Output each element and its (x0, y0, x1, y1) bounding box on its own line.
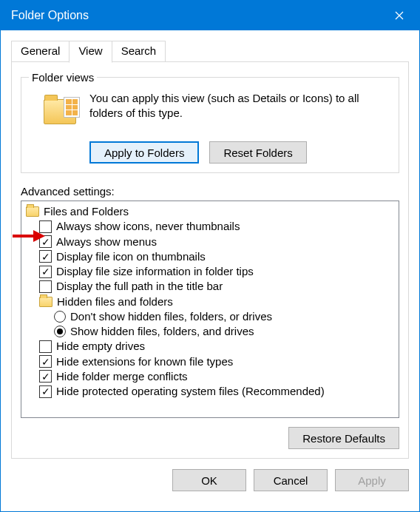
advanced-settings-list[interactable]: Files and Folders Always show icons, nev… (21, 201, 399, 418)
checkbox-icon[interactable] (39, 355, 52, 368)
option-file-icon-thumbnails[interactable]: Display file icon on thumbnails (26, 249, 397, 264)
option-label: Always show menus (56, 235, 157, 249)
apply-to-folders-button[interactable]: Apply to Folders (89, 141, 199, 164)
option-label: Always show icons, never thumbnails (56, 219, 240, 234)
advanced-settings-label: Advanced settings: (21, 185, 399, 198)
radio-icon[interactable] (54, 311, 66, 323)
option-hide-merge-conflicts[interactable]: Hide folder merge conflicts (26, 369, 397, 384)
option-full-path-title[interactable]: Display the full path in the title bar (26, 279, 397, 294)
checkbox-icon[interactable] (39, 340, 52, 353)
option-show-hidden[interactable]: Show hidden files, folders, and drives (26, 324, 397, 339)
dialog-button-row: OK Cancel Apply (1, 459, 419, 502)
close-icon (395, 11, 404, 20)
checkbox-icon[interactable] (39, 250, 52, 263)
option-label: Display file size information in folder … (56, 264, 254, 279)
radio-icon[interactable] (54, 326, 66, 337)
folder-views-legend: Folder views (29, 71, 97, 84)
option-label: Display file icon on thumbnails (56, 249, 206, 264)
ok-button[interactable]: OK (172, 469, 246, 491)
option-always-menus[interactable]: Always show menus (26, 235, 397, 249)
option-label: Hide folder merge conflicts (56, 369, 188, 384)
close-button[interactable] (379, 1, 419, 30)
folder-views-icon (39, 91, 81, 132)
checkbox-icon[interactable] (39, 385, 52, 398)
tree-group-hidden: Hidden files and folders (26, 294, 397, 309)
checkbox-icon[interactable] (39, 266, 52, 278)
tree-group-label: Hidden files and folders (57, 294, 173, 309)
option-label: Hide empty drives (56, 339, 145, 354)
option-file-size-tips[interactable]: Display file size information in folder … (26, 264, 397, 279)
annotation-arrow-icon (11, 229, 45, 243)
tab-general[interactable]: General (11, 41, 70, 62)
apply-button[interactable]: Apply (335, 469, 409, 491)
checkbox-icon[interactable] (39, 370, 52, 383)
option-hide-extensions[interactable]: Hide extensions for known file types (26, 354, 397, 369)
option-always-icons[interactable]: Always show icons, never thumbnails (26, 219, 397, 234)
checkbox-icon[interactable] (39, 280, 52, 293)
folder-icon (39, 297, 52, 307)
option-label: Hide protected operating system files (R… (56, 384, 325, 399)
tree-group-label: Files and Folders (44, 204, 129, 219)
tab-search[interactable]: Search (112, 41, 166, 62)
tree-group-files-folders: Files and Folders (26, 204, 397, 219)
tab-panel-view: Folder views You can apply this view (su… (11, 61, 409, 459)
option-dont-show-hidden[interactable]: Don't show hidden files, folders, or dri… (26, 309, 397, 324)
cancel-button[interactable]: Cancel (254, 469, 328, 491)
tab-view[interactable]: View (69, 41, 112, 63)
option-label: Hide extensions for known file types (56, 354, 233, 369)
window-title: Folder Options (11, 9, 89, 22)
option-label: Don't show hidden files, folders, or dri… (70, 309, 272, 324)
folder-icon (26, 206, 39, 217)
folder-views-group: Folder views You can apply this view (su… (21, 71, 399, 173)
option-label: Display the full path in the title bar (56, 279, 223, 294)
titlebar: Folder Options (1, 1, 419, 30)
option-hide-protected-os-files[interactable]: Hide protected operating system files (R… (26, 384, 397, 399)
option-label: Show hidden files, folders, and drives (70, 324, 254, 339)
tab-strip: General View Search (11, 41, 409, 62)
option-hide-empty-drives[interactable]: Hide empty drives (26, 339, 397, 354)
svg-marker-3 (33, 230, 45, 242)
reset-folders-button[interactable]: Reset Folders (209, 141, 306, 164)
folder-views-desc: You can apply this view (such as Details… (89, 91, 391, 132)
restore-defaults-button[interactable]: Restore Defaults (288, 427, 399, 449)
